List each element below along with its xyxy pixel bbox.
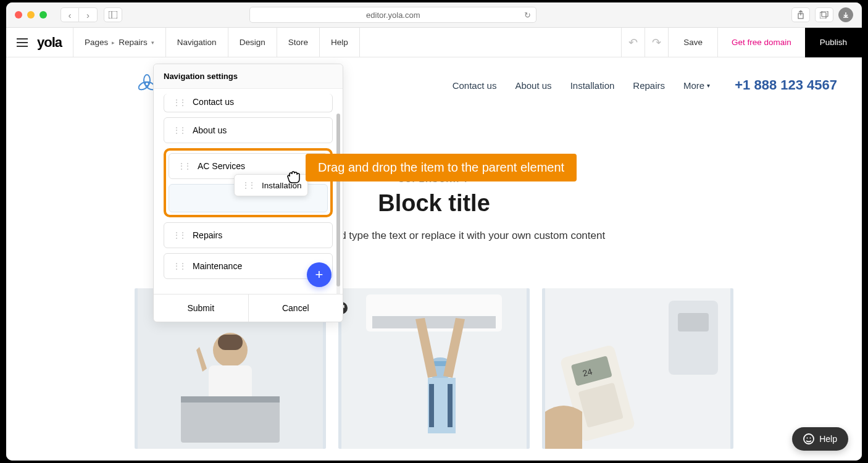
svg-rect-16 <box>181 399 280 443</box>
hamburger-icon <box>17 38 28 47</box>
traffic-lights <box>15 11 47 19</box>
refresh-icon[interactable]: ↻ <box>524 10 531 20</box>
browser-right-buttons <box>791 7 853 22</box>
downloads-button[interactable] <box>838 7 853 22</box>
chevron-down-icon: ▾ <box>707 82 710 89</box>
nav-item-label: About us <box>193 125 227 135</box>
download-icon <box>843 12 849 18</box>
svg-rect-17 <box>181 396 280 403</box>
instruction-tooltip: Drag and drop the item to the parent ele… <box>306 154 577 181</box>
svg-point-10 <box>138 80 151 91</box>
tabs-button[interactable] <box>815 7 833 22</box>
drag-handle-icon[interactable]: ⋮⋮ <box>173 126 185 135</box>
help-label: Help <box>819 434 837 444</box>
forward-button[interactable]: › <box>79 7 98 22</box>
drag-handle-icon[interactable]: ⋮⋮ <box>173 262 185 270</box>
nav-item-repairs[interactable]: ⋮⋮ Repairs <box>164 222 333 248</box>
panel-footer: Submit Cancel <box>154 294 343 322</box>
nav-item-label: AC Services <box>198 161 245 171</box>
nav-about[interactable]: About us <box>515 80 551 91</box>
toolbar-right: ↶ ↷ Save Get free domain Publish <box>621 28 862 57</box>
svg-rect-28 <box>678 313 709 332</box>
drag-handle-icon[interactable]: ⋮⋮ <box>178 162 190 170</box>
scrollbar-thumb[interactable] <box>336 114 340 286</box>
design-tab[interactable]: Design <box>228 28 277 57</box>
svg-rect-24 <box>429 384 434 427</box>
ac-install-illustration <box>338 288 530 449</box>
nav-installation[interactable]: Installation <box>570 80 615 91</box>
sidebar-icon <box>109 11 117 19</box>
svg-point-34 <box>807 438 808 439</box>
nav-repairs[interactable]: Repairs <box>633 80 665 91</box>
svg-rect-3 <box>820 12 826 19</box>
svg-rect-14 <box>218 335 243 350</box>
drag-handle-icon[interactable]: ⋮⋮ <box>173 231 185 240</box>
close-window-icon[interactable] <box>15 11 22 19</box>
help-tab[interactable]: Help <box>320 28 360 57</box>
svg-rect-27 <box>669 301 718 375</box>
svg-point-35 <box>810 438 811 439</box>
store-tab[interactable]: Store <box>277 28 320 57</box>
svg-rect-20 <box>372 316 496 328</box>
save-button[interactable]: Save <box>668 28 717 57</box>
chevron-down-icon: ▾ <box>151 40 154 46</box>
drag-handle-icon: ⋮⋮ <box>242 181 254 190</box>
url-text: editor.yola.com <box>366 10 420 20</box>
pages-label: Pages <box>85 38 108 47</box>
add-item-button[interactable]: + <box>307 262 332 287</box>
browser-chrome: ‹ › editor.yola.com ↻ <box>6 2 862 28</box>
help-bubble[interactable]: Help <box>792 427 848 451</box>
nav-contact[interactable]: Contact us <box>453 80 497 91</box>
nav-item-label: Maintenance <box>193 261 242 271</box>
minimize-window-icon[interactable] <box>27 11 35 19</box>
scrollbar-track <box>336 114 340 294</box>
browser-window: ‹ › editor.yola.com ↻ yola Pages ▸ Repai… <box>6 2 862 461</box>
undo-button[interactable]: ↶ <box>621 28 645 57</box>
site-header: Contact us About us Installation Repairs… <box>6 57 862 113</box>
share-button[interactable] <box>791 7 810 22</box>
pages-sub-label: Repairs <box>119 38 148 47</box>
back-button[interactable]: ‹ <box>61 7 79 22</box>
redo-button[interactable]: ↷ <box>645 28 668 57</box>
app-toolbar: yola Pages ▸ Repairs ▾ Navigation Design… <box>6 28 862 57</box>
share-icon <box>797 10 804 19</box>
drag-handle-icon[interactable]: ⋮⋮ <box>173 98 185 107</box>
nav-item-contact[interactable]: ⋮⋮ Contact us <box>164 94 333 112</box>
yola-logo: yola <box>37 35 62 51</box>
editor-canvas: Contact us About us Installation Repairs… <box>6 57 862 461</box>
grab-cursor-icon <box>285 168 302 188</box>
phone-number[interactable]: +1 888 123 4567 <box>735 77 837 93</box>
nav-more[interactable]: More ▾ <box>683 80 710 91</box>
image-card-2[interactable] <box>338 288 530 449</box>
get-domain-button[interactable]: Get free domain <box>717 28 805 57</box>
chat-icon <box>803 433 814 444</box>
nav-item-label: Contact us <box>193 97 234 107</box>
chevron-right-icon: ▸ <box>112 40 115 46</box>
svg-rect-4 <box>822 11 828 17</box>
svg-rect-25 <box>448 384 453 427</box>
publish-button[interactable]: Publish <box>805 28 862 57</box>
remote-control-illustration: 24 <box>542 288 733 449</box>
maximize-window-icon[interactable] <box>40 11 47 19</box>
svg-rect-0 <box>109 11 117 19</box>
svg-point-33 <box>804 434 814 444</box>
submit-button[interactable]: Submit <box>154 294 249 322</box>
nav-buttons-group: ‹ › <box>61 7 98 22</box>
url-bar[interactable]: editor.yola.com ↻ <box>249 7 536 23</box>
menu-button[interactable] <box>12 28 32 57</box>
site-navigation: Contact us About us Installation Repairs… <box>453 80 711 91</box>
navigation-settings-panel: Navigation settings ⋮⋮ Contact us ⋮⋮ Abo… <box>153 64 343 322</box>
sidebar-toggle-button[interactable] <box>104 7 122 22</box>
main-tabs: Pages ▸ Repairs ▾ Navigation Design Stor… <box>73 28 360 57</box>
navigation-tab[interactable]: Navigation <box>166 28 228 57</box>
pages-tab[interactable]: Pages ▸ Repairs ▾ <box>73 28 166 57</box>
nav-item-label: Repairs <box>193 230 222 240</box>
image-card-3[interactable]: 24 <box>542 288 733 449</box>
tabs-icon <box>820 11 828 19</box>
nav-item-about[interactable]: ⋮⋮ About us <box>164 117 333 143</box>
cancel-button[interactable]: Cancel <box>249 294 343 322</box>
panel-title: Navigation settings <box>154 64 343 89</box>
